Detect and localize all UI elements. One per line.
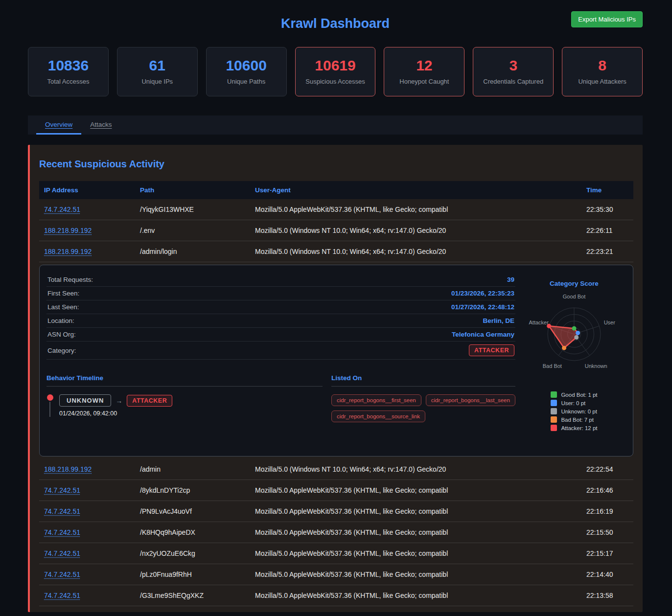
ip-link[interactable]: 74.7.242.51 [44, 570, 80, 578]
user-agent-cell: Mozilla/5.0 AppleWebKit/537.36 (KHTML, l… [250, 501, 581, 522]
user-agent-cell: Mozilla/5.0 AppleWebKit/537.36 (KHTML, l… [250, 564, 581, 585]
category-row: Category: ATTACKER [46, 342, 515, 360]
app-header: Krawl Dashboard Export Malicious IPs [28, 0, 643, 47]
legend-swatch-icon [551, 425, 557, 431]
radar-legend: Good Bot: 1 ptUser: 0 ptUnknown: 0 ptBad… [551, 391, 597, 431]
table-row[interactable]: 74.7.242.51/PN9LvAcJ4uoVfMozilla/5.0 App… [39, 501, 633, 522]
user-agent-cell: Mozilla/5.0 AppleWebKit/537.36 (KHTML, l… [250, 543, 581, 564]
detail-field-last-seen: Last Seen:01/27/2026, 22:48:12 [46, 300, 515, 314]
listed-on-title: Listed On [331, 374, 515, 387]
listed-on-section: Listed On cidr_report_bogons__first_seen… [331, 374, 515, 422]
tab-overview[interactable]: Overview [36, 115, 81, 135]
ip-cell: 74.7.242.51 [39, 585, 135, 606]
table-row[interactable]: 74.7.242.51/G3Lme9ShEQgXKZMozilla/5.0 Ap… [39, 585, 633, 606]
time-cell: 22:23:21 [581, 241, 633, 262]
listed-on-badges: cidr_report_bogons__first_seencidr_repor… [331, 394, 515, 422]
path-cell: /YiqykGI13WHXE [135, 199, 250, 220]
from-category-badge: UNKNOWN [59, 394, 111, 407]
radar-data-point-bad-bot [562, 346, 566, 350]
ip-link[interactable]: 188.218.99.192 [44, 465, 92, 473]
table-row[interactable]: 74.7.242.51/K8HQq9hAipeDXMozilla/5.0 App… [39, 522, 633, 543]
blocklist-badge: cidr_report_bogons__source_link [331, 411, 425, 422]
stat-value: 8 [598, 58, 606, 73]
radar-axis-label: Attacker [529, 319, 549, 325]
legend-item: Good Bot: 1 pt [551, 391, 597, 398]
radar-axis-label: Good Bot [563, 294, 585, 299]
path-cell: /.env [135, 220, 250, 241]
blocklist-badge: cidr_report_bogons__first_seen [331, 394, 421, 406]
export-malicious-ips-button[interactable]: Export Malicious IPs [571, 11, 643, 27]
stat-card-credentials-captured: 3Credentials Captured [473, 47, 554, 96]
table-row[interactable]: 188.218.99.192/admin/loginMozilla/5.0 (W… [39, 241, 633, 262]
stat-label: Total Accesses [47, 78, 89, 85]
field-value: Berlin, DE [483, 317, 514, 324]
radar-data-point-unknown [574, 335, 579, 340]
page-title: Krawl Dashboard [281, 16, 390, 31]
time-cell: 22:22:54 [581, 459, 633, 479]
ip-cell: 188.218.99.192 [39, 220, 135, 241]
table-header-row: IP AddressPathUser-AgentTime [39, 181, 633, 199]
legend-item: Attacker: 12 pt [551, 425, 597, 431]
ip-link[interactable]: 74.7.242.51 [44, 205, 80, 213]
ip-cell: 74.7.242.51 [39, 543, 135, 564]
table-row[interactable]: 74.7.242.51/8ykdLnDYTi2cpMozilla/5.0 App… [39, 480, 633, 501]
table-row[interactable]: 74.7.242.51/YiqykGI13WHXEMozilla/5.0 App… [39, 199, 633, 220]
category-score-radar-chart: Good BotUserUnknownBad BotAttacker [522, 289, 626, 375]
ip-cell: 74.7.242.51 [39, 522, 135, 543]
legend-label: Attacker: 12 pt [561, 425, 597, 431]
stat-label: Credentials Captured [483, 78, 543, 85]
ip-link[interactable]: 74.7.242.51 [44, 507, 80, 515]
ip-cell: 74.7.242.51 [39, 501, 135, 522]
stat-value: 3 [509, 58, 517, 73]
time-cell: 22:16:19 [581, 501, 633, 522]
ip-cell: 188.218.99.192 [39, 241, 135, 262]
ip-link[interactable]: 188.218.99.192 [44, 227, 92, 234]
tab-label: Overview [45, 121, 72, 128]
path-cell: /8ykdLnDYTi2cp [135, 480, 250, 501]
radar-axis-label: User [604, 319, 616, 325]
detail-field-total-requests: Total Requests:39 [46, 273, 515, 287]
stat-value: 10600 [226, 58, 266, 73]
table-row[interactable]: 74.7.242.51/nx2yUOZuE6CkgMozilla/5.0 App… [39, 543, 633, 564]
legend-swatch-icon [551, 416, 557, 423]
recent-activity-panel: Recent Suspicious Activity IP AddressPat… [28, 145, 643, 612]
path-cell: /G3Lme9ShEQgXKZ [135, 585, 250, 606]
to-category-badge: ATTACKER [127, 395, 172, 407]
ip-link[interactable]: 74.7.242.51 [44, 528, 80, 536]
table-row[interactable]: 188.218.99.192/.envMozilla/5.0 (Windows … [39, 220, 633, 241]
path-cell: /K8HQq9hAipeDX [135, 522, 250, 543]
path-cell: /admin [135, 459, 250, 479]
legend-label: Bad Bot: 7 pt [561, 417, 594, 423]
stat-card-suspicious-accesses: 10619Suspicious Accesses [295, 47, 376, 96]
timeline-line [49, 402, 50, 417]
table-row[interactable]: 74.7.242.51/pLz0Fnua9fRhHMozilla/5.0 App… [39, 564, 633, 585]
user-agent-cell: Mozilla/5.0 AppleWebKit/537.36 (KHTML, l… [250, 199, 581, 220]
arrow-right-icon: → [116, 397, 122, 405]
stat-value: 12 [416, 58, 432, 73]
tab-attacks[interactable]: Attacks [81, 115, 120, 135]
radar-axis-label: Bad Bot [543, 363, 562, 369]
field-label: Last Seen: [47, 303, 79, 311]
path-cell: /PN9LvAcJ4uoVf [135, 501, 250, 522]
ip-link[interactable]: 74.7.242.51 [44, 549, 80, 557]
legend-item: Unknown: 0 pt [551, 408, 597, 414]
ip-link[interactable]: 74.7.242.51 [44, 486, 80, 494]
table-row[interactable]: 188.218.99.192/adminMozilla/5.0 (Windows… [39, 459, 633, 480]
ip-detail-fields: Total Requests:39First Seen:01/23/2026, … [46, 273, 515, 342]
radar-axis-label: Unknown [585, 363, 607, 369]
path-cell: /pLz0Fnua9fRhH [135, 564, 250, 585]
ip-cell: 74.7.242.51 [39, 564, 135, 585]
stat-label: Suspicious Accesses [305, 78, 365, 85]
stat-card-unique-ips: 61Unique IPs [117, 47, 198, 96]
detail-field-location: Location:Berlin, DE [46, 314, 515, 328]
time-cell: 22:16:46 [581, 480, 633, 501]
column-header-user-agent: User-Agent [250, 181, 581, 199]
stat-label: Honeypot Caught [399, 78, 449, 85]
legend-label: User: 0 pt [561, 400, 585, 406]
field-label: First Seen: [47, 290, 79, 297]
path-cell: /admin/login [135, 241, 250, 262]
user-agent-cell: Mozilla/5.0 AppleWebKit/537.36 (KHTML, l… [250, 585, 581, 606]
ip-link[interactable]: 188.218.99.192 [44, 248, 92, 255]
ip-cell: 188.218.99.192 [39, 459, 135, 479]
ip-link[interactable]: 74.7.242.51 [44, 592, 80, 599]
